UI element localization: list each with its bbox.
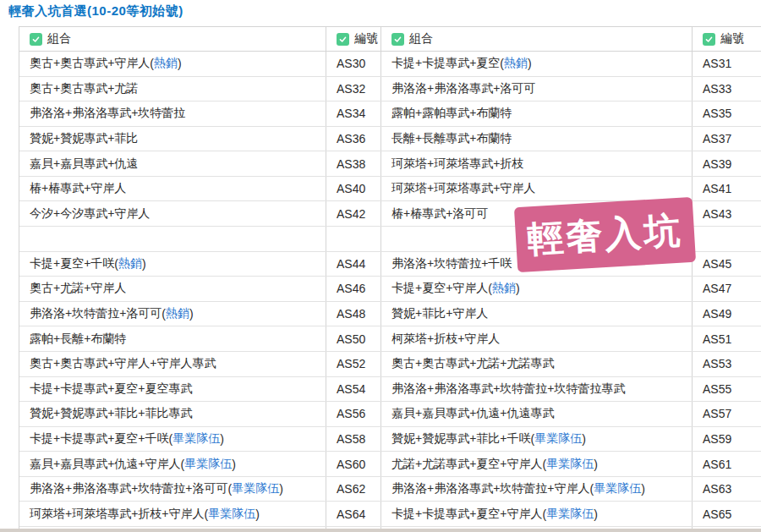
checkbox-icon[interactable]	[391, 33, 404, 46]
id-cell: AS60	[326, 452, 381, 476]
combo-cell: 贊妮+贊妮專武+菲比+千咲(畢業隊伍)	[381, 427, 693, 452]
id-cell: AS41	[693, 177, 761, 201]
combo-tag: 畢業隊伍	[184, 457, 232, 472]
id-cell	[693, 227, 761, 251]
header-cell-combo-left: 組合	[19, 27, 326, 51]
light-luxury-stamp: 輕奢入坑	[514, 197, 696, 272]
combo-tag: 熱銷	[154, 56, 178, 71]
id-cell: AS40	[326, 177, 381, 201]
combo-cell: 卡提+夏空+千咲(熱銷)	[19, 252, 326, 277]
id-cell: AS63	[693, 477, 761, 502]
combo-tag: 畢業隊伍	[546, 457, 594, 472]
table-row: 弗洛洛+弗洛洛專武+坎特蕾拉+洛可可(畢業隊伍) AS62 弗洛洛+弗洛洛專武+…	[19, 477, 761, 502]
combo-cell: 今汐+今汐專武+守岸人	[19, 201, 326, 226]
combo-cell: 尤諾+尤諾專武+夏空+守岸人(畢業隊伍)	[381, 452, 693, 476]
id-cell: AS44	[326, 252, 381, 277]
id-cell: AS47	[693, 277, 761, 301]
combo-tag: 熱銷	[166, 306, 189, 321]
id-cell: AS65	[693, 502, 761, 526]
table-row: 椿+椿專武+守岸人 AS40 珂萊塔+珂萊塔專武+守岸人 AS41	[19, 177, 761, 202]
id-cell: AS62	[326, 477, 381, 502]
combo-cell: 奧古+奧古專武+尤諾	[19, 77, 326, 101]
combo-cell: 柯萊塔+折枝+守岸人	[381, 326, 693, 351]
id-cell: AS57	[693, 402, 761, 426]
combo-tag: 畢業隊伍	[594, 481, 641, 496]
combo-cell: 嘉貝+嘉貝專武+仇遠+仇遠專武	[381, 402, 693, 426]
id-cell: AS53	[693, 352, 761, 376]
id-cell: AS30	[326, 52, 381, 76]
id-cell: AS33	[693, 77, 761, 101]
combo-cell: 贊妮+贊妮專武+菲比	[19, 127, 326, 151]
table-header-row: 組合 編號 組合 編號	[19, 27, 761, 52]
table-row: 弗洛洛+弗洛洛專武+坎特蕾拉 AS34 露帕+露帕專武+布蘭特 AS35	[19, 101, 761, 127]
id-cell: AS55	[693, 377, 761, 402]
combo-cell: 嘉貝+嘉貝專武+仇遠	[19, 151, 326, 176]
table-row: 奧古+奧古專武+尤諾 AS32 弗洛洛+弗洛洛專武+洛可可 AS33	[19, 77, 761, 102]
table-row: 奧古+奧古專武+守岸人(熱銷) AS30 卡提+卡提專武+夏空(熱銷) AS31	[19, 52, 761, 77]
combo-tag: 熱銷	[492, 281, 516, 296]
combo-cell: 弗洛洛+弗洛洛專武+坎特蕾拉+守岸人(畢業隊伍)	[381, 477, 693, 502]
id-cell: AS64	[326, 502, 381, 526]
id-cell: AS61	[693, 452, 761, 476]
id-cell: AS54	[326, 377, 381, 402]
id-cell: AS43	[693, 201, 761, 226]
combo-cell: 嘉貝+嘉貝專武+仇遠+守岸人(畢業隊伍)	[19, 452, 326, 476]
id-cell: AS34	[326, 101, 381, 126]
table-row: 卡提+卡提專武+夏空+千咲(畢業隊伍) AS58 贊妮+贊妮專武+菲比+千咲(畢…	[19, 427, 761, 452]
id-cell: AS42	[326, 201, 381, 226]
combo-cell: 卡提+卡提專武+夏空(熱銷)	[381, 52, 693, 76]
combo-cell: 奧古+尤諾+守岸人	[19, 277, 326, 301]
checkbox-icon[interactable]	[337, 33, 349, 46]
id-cell: AS50	[326, 326, 381, 351]
combo-tag: 畢業隊伍	[232, 481, 279, 496]
header-label: 組合	[47, 31, 71, 47]
header-cell-combo-right: 組合	[381, 27, 693, 51]
combo-cell: 弗洛洛+弗洛洛專武+坎特蕾拉+洛可可(畢業隊伍)	[19, 477, 326, 502]
table-row: 奧古+尤諾+守岸人 AS46 卡提+夏空+守岸人(熱銷) AS47	[19, 277, 761, 302]
id-cell: AS49	[693, 302, 761, 326]
table-row: 贊妮+贊妮專武+菲比 AS36 長離+長離專武+布蘭特 AS37	[19, 127, 761, 152]
header-label: 組合	[409, 31, 433, 47]
id-cell: AS32	[326, 77, 381, 101]
id-cell: AS51	[693, 326, 761, 351]
table-row: 露帕+長離+布蘭特 AS50 柯萊塔+折枝+守岸人 AS51	[19, 326, 761, 352]
checkbox-icon[interactable]	[30, 33, 42, 46]
combo-tag: 熱銷	[504, 56, 528, 71]
combo-cell: 奧古+奧古專武+守岸人(熱銷)	[19, 52, 326, 76]
header-cell-id-left: 編號	[326, 27, 381, 51]
table-row: 贊妮+贊妮專武+菲比+菲比專武 AS56 嘉貝+嘉貝專武+仇遠+仇遠專武 AS5…	[19, 402, 761, 427]
combo-cell	[19, 227, 326, 251]
table-row: 嘉貝+嘉貝專武+仇遠+守岸人(畢業隊伍) AS60 尤諾+尤諾專武+夏空+守岸人…	[19, 452, 761, 477]
table-row: 奧古+奧古專武+守岸人+守岸人專武 AS52 奧古+奧古專武+尤諾+尤諾專武 A…	[19, 352, 761, 377]
combo-tag: 畢業隊伍	[208, 507, 255, 522]
combo-cell: 弗洛洛+坎特蕾拉+洛可可(熱銷)	[19, 302, 326, 326]
id-cell: AS52	[326, 352, 381, 376]
combo-table: 組合 編號 組合 編號 奧古+奧古專武+守岸人(熱銷) AS30 卡提+卡提專武…	[19, 26, 761, 532]
checkbox-icon[interactable]	[703, 33, 715, 46]
combo-cell: 弗洛洛+弗洛洛專武+坎特蕾拉	[19, 101, 326, 126]
combo-cell: 露帕+長離+布蘭特	[19, 326, 326, 351]
id-cell: AS46	[326, 277, 381, 301]
id-cell: AS38	[326, 151, 381, 176]
header-label: 編號	[354, 31, 378, 47]
table-row: 弗洛洛+坎特蕾拉+洛可可(熱銷) AS48 贊妮+菲比+守岸人 AS49	[19, 302, 761, 327]
table-body: 奧古+奧古專武+守岸人(熱銷) AS30 卡提+卡提專武+夏空(熱銷) AS31…	[19, 52, 761, 527]
id-cell: AS56	[326, 402, 381, 426]
combo-cell: 卡提+夏空+守岸人(熱銷)	[381, 277, 693, 301]
combo-cell: 卡提+卡提專武+夏空+守岸人(畢業隊伍)	[381, 502, 693, 526]
combo-tag: 熱銷	[118, 256, 142, 271]
combo-cell: 椿+椿專武+守岸人	[19, 177, 326, 201]
header-label: 編號	[720, 31, 744, 47]
table-row: 嘉貝+嘉貝專武+仇遠 AS38 珂萊塔+珂萊塔專武+折枝 AS39	[19, 151, 761, 177]
combo-cell: 贊妮+贊妮專武+菲比+菲比專武	[19, 402, 326, 426]
page-title: 輕奢入坑首選(10-20等初始號)	[8, 3, 183, 19]
combo-cell: 奧古+奧古專武+尤諾+尤諾專武	[381, 352, 693, 376]
bottom-edge-band	[0, 529, 761, 532]
combo-tag: 畢業隊伍	[172, 431, 220, 447]
combo-cell: 珂萊塔+珂萊塔專武+守岸人	[381, 177, 693, 201]
combo-cell: 珂萊塔+珂萊塔專武+折枝	[381, 151, 693, 176]
combo-cell: 長離+長離專武+布蘭特	[381, 127, 693, 151]
id-cell: AS31	[693, 52, 761, 76]
combo-cell: 弗洛洛+弗洛洛專武+洛可可	[381, 77, 693, 101]
id-cell: AS48	[326, 302, 381, 326]
